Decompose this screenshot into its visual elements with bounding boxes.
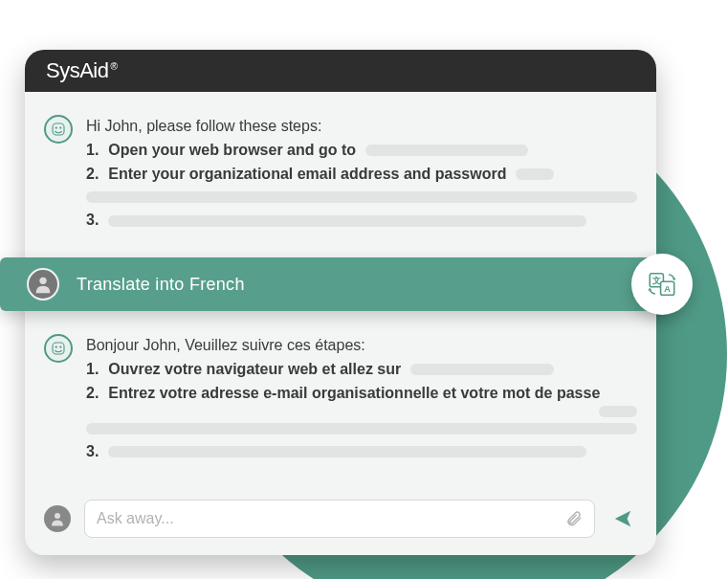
send-icon	[612, 508, 633, 529]
step-num: 1.	[86, 358, 99, 382]
brand-aid: Aid	[79, 58, 108, 83]
bot-fr-step-3: 3.	[86, 440, 637, 464]
svg-point-3	[39, 278, 46, 284]
bot-message-fr: Bonjour John, Veuillez suivre ces étapes…	[44, 328, 637, 477]
svg-point-1	[59, 126, 61, 128]
svg-point-10	[55, 346, 57, 348]
bot-avatar	[44, 334, 73, 363]
user-avatar	[27, 268, 59, 301]
step-num: 1.	[86, 139, 99, 163]
bot-avatar	[44, 115, 73, 144]
redacted-text	[365, 145, 528, 156]
bot-fr-intro: Bonjour John, Veuillez suivre ces étapes…	[86, 334, 637, 358]
redacted-text	[410, 364, 554, 375]
bot-en-step-2: 2. Enter your organizational email addre…	[86, 163, 637, 187]
svg-point-13	[55, 513, 60, 519]
bot-icon	[50, 340, 67, 357]
redacted-line	[86, 191, 637, 203]
translate-badge[interactable]: 文 A	[631, 254, 693, 315]
translate-icon: 文 A	[646, 268, 678, 301]
step-text: Open your web browser and go to	[108, 139, 356, 163]
messages-area-2: Bonjour John, Veuillez suivre ces étapes…	[25, 311, 656, 488]
svg-point-11	[59, 346, 61, 348]
send-button[interactable]	[608, 504, 637, 533]
titlebar: SysAid®	[25, 50, 656, 92]
chat-window: SysAid® Hi John, please follow these ste…	[25, 50, 656, 555]
svg-marker-9	[648, 288, 651, 290]
person-icon	[33, 274, 54, 295]
attach-button[interactable]	[565, 510, 583, 527]
brand-logo: SysAid®	[46, 58, 117, 83]
bot-message-body-en: Hi John, please follow these steps: 1. O…	[86, 115, 637, 233]
redacted-text	[108, 215, 586, 227]
step-text: Entrez votre adresse e-mail organisation…	[108, 382, 600, 406]
svg-text:A: A	[664, 284, 671, 294]
step-num: 3.	[86, 209, 99, 233]
bot-icon	[50, 121, 67, 138]
messages-area: Hi John, please follow these steps: 1. O…	[25, 92, 656, 257]
composer-input-wrap[interactable]	[84, 500, 595, 538]
bot-en-intro: Hi John, please follow these steps:	[86, 115, 637, 139]
bot-fr-step-2-cont	[86, 406, 637, 417]
svg-point-0	[55, 126, 57, 128]
step-num: 3.	[86, 440, 99, 464]
bot-fr-step-2: 2. Entrez votre adresse e-mail organisat…	[86, 382, 637, 406]
bot-en-step-1: 1. Open your web browser and go to	[86, 139, 637, 163]
paperclip-icon	[565, 510, 583, 527]
redacted-text	[516, 168, 554, 180]
brand-sys: Sys	[46, 58, 79, 83]
composer	[25, 488, 656, 555]
redacted-text	[108, 446, 586, 457]
step-text: Enter your organizational email address …	[108, 163, 506, 187]
translate-bar-label: Translate into French	[77, 275, 245, 295]
bot-fr-step-1: 1. Ouvrez votre navigateur web et allez …	[86, 358, 637, 382]
step-num: 2.	[86, 382, 99, 406]
redacted-text	[599, 406, 637, 417]
brand-mark: ®	[110, 61, 117, 72]
step-num: 2.	[86, 163, 99, 187]
bot-en-step-3: 3.	[86, 209, 637, 233]
step-text: Ouvrez votre navigateur web et allez sur	[108, 358, 401, 382]
svg-marker-8	[673, 278, 676, 280]
person-icon	[49, 510, 66, 527]
svg-text:文: 文	[651, 276, 661, 285]
user-avatar-small	[44, 505, 71, 532]
translate-bar[interactable]: Translate into French 文 A	[0, 257, 670, 311]
composer-input[interactable]	[97, 510, 558, 527]
bot-message-en: Hi John, please follow these steps: 1. O…	[44, 109, 637, 246]
redacted-line	[86, 423, 637, 434]
bot-message-body-fr: Bonjour John, Veuillez suivre ces étapes…	[86, 334, 637, 463]
